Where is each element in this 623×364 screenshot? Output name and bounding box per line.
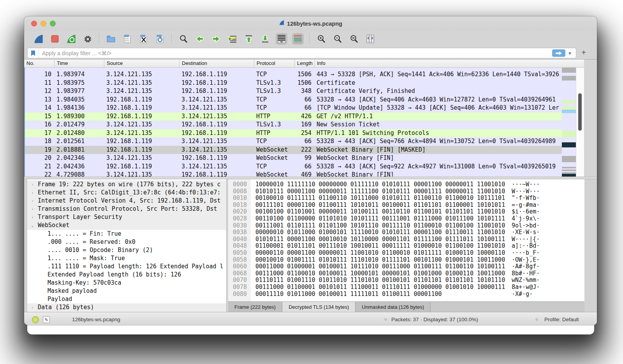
byte-view-row[interactable]: 001800111101 00001100 01100111 10101011 …	[228, 202, 584, 209]
detail-tree-row[interactable]: ›Internet Protocol Version 4, Src: 192.1…	[27, 197, 226, 205]
display-filter-field[interactable]: ▼	[27, 48, 576, 58]
column-header-source[interactable]: Source	[104, 60, 180, 67]
byte-view-row[interactable]: 008000011110 01011000 00100011 11111011 …	[228, 291, 584, 298]
expand-arrow-icon[interactable]: ›	[31, 180, 34, 189]
detail-tree-row[interactable]: ›Transport Layer Security	[27, 213, 226, 221]
detail-tree-row[interactable]: 1... .... = Mask: True	[27, 254, 226, 262]
detail-tree-row[interactable]: ›Transmission Control Protocol, Src Port…	[27, 205, 226, 213]
byte-view-row[interactable]: 002800110100 01100000 01101010 10101111 …	[228, 215, 584, 222]
scrollbar-thumb[interactable]	[578, 93, 582, 131]
display-filter-input[interactable]	[39, 50, 552, 56]
column-header-info[interactable]: Info	[315, 60, 584, 67]
go-last-packet-icon[interactable]	[259, 33, 271, 45]
add-filter-button-icon[interactable]: +	[581, 48, 586, 57]
packet-row[interactable]: 202.0423463.124.121.135192.168.1.119WebS…	[24, 154, 562, 163]
detail-tree-row[interactable]: ›Ethernet II, Src: CalDigit_13:e7:8c (64…	[27, 189, 226, 197]
apply-filter-button[interactable]	[552, 49, 565, 57]
byte-view-row[interactable]: 003000111001 01101111 01101100 10101110 …	[228, 222, 584, 229]
expand-arrow-icon[interactable]: ›	[31, 205, 34, 213]
collapse-arrow-icon[interactable]: ⌄	[31, 221, 34, 229]
stop-capture-icon[interactable]	[49, 33, 61, 45]
find-packet-icon[interactable]	[178, 33, 189, 45]
filter-bookmark-icon[interactable]	[28, 48, 39, 58]
packet-row[interactable]: 141.984136192.168.1.1193.124.121.135TCP6…	[24, 104, 562, 112]
packet-row[interactable]: 151.989300192.168.1.1193.124.121.135HTTP…	[24, 112, 562, 121]
close-file-icon[interactable]	[138, 33, 150, 45]
detail-tree-row[interactable]: Masking-Key: 570c03ca	[27, 279, 226, 287]
packet-row[interactable]: 172.0124803.124.121.135192.168.1.119HTTP…	[24, 129, 562, 138]
zoom-out-icon[interactable]	[332, 33, 343, 45]
colorize-packets-icon[interactable]	[292, 33, 304, 45]
byte-view-row[interactable]: 002000100100 01101001 00000011 10100111 …	[228, 208, 584, 215]
packet-row[interactable]: 162.0124793.124.121.135192.168.1.119TLSv…	[24, 121, 562, 129]
zoom-reset-icon[interactable]	[348, 33, 360, 45]
column-header-destination[interactable]: Destination	[180, 60, 254, 67]
go-back-icon[interactable]	[194, 33, 206, 45]
packet-row[interactable]: 212.042436192.168.1.1193.124.121.135TCP6…	[24, 163, 562, 171]
byte-view-tab[interactable]: Decrypted TLS (134 bytes)	[282, 302, 355, 312]
detail-tree-row[interactable]: Extended Payload length (16 bits): 126	[27, 271, 226, 279]
byte-view-row[interactable]: 000801010111 00001100 00000011 11111100 …	[228, 188, 584, 195]
filter-history-dropdown-icon[interactable]: ▼	[568, 51, 572, 56]
expand-arrow-icon[interactable]: ›	[31, 189, 34, 197]
column-header-length[interactable]: Length	[295, 60, 315, 67]
expand-arrow-icon[interactable]: ›	[31, 213, 34, 221]
go-first-packet-icon[interactable]	[243, 33, 255, 45]
detail-tree-row[interactable]: ›Data (126 bytes)	[27, 303, 226, 312]
packet-protocol: TLSv1.3	[254, 121, 295, 129]
detail-tree-row[interactable]: .111 1110 = Payload length: 126 Extended…	[27, 262, 226, 271]
byte-view-row[interactable]: 005000000110 00001100 00000011 11001010 …	[228, 250, 584, 257]
save-file-icon[interactable]: 01010110	[121, 33, 133, 45]
byte-view-row[interactable]: 007001110111 01001110 01011010 11101010 …	[228, 277, 584, 284]
reload-file-icon[interactable]	[154, 33, 166, 45]
packet-length: 1506	[295, 79, 315, 88]
open-file-icon[interactable]	[105, 33, 117, 45]
detail-tree-row[interactable]: .000 .... = Reserved: 0x0	[27, 238, 226, 246]
auto-scroll-icon[interactable]	[276, 33, 287, 45]
byte-view-row[interactable]: 006800111000 01100010 00100011 10000101 …	[228, 270, 584, 277]
byte-view-row[interactable]: 001000100010 01111111 01100110 10111000 …	[228, 195, 584, 202]
go-to-packet-icon[interactable]	[227, 33, 238, 45]
detail-tree-row[interactable]: ›Frame 19: 222 bytes on wire (1776 bits)…	[27, 180, 226, 189]
packet-row[interactable]: 131.984035192.168.1.1193.124.121.135TCP6…	[24, 96, 562, 104]
packet-row[interactable]: 224.7290883.124.121.135192.168.1.119WebS…	[24, 171, 562, 177]
byte-view-row[interactable]: 004801100001 01011101 00111010 10010011 …	[228, 243, 584, 250]
packet-row[interactable]: 192.018881192.168.1.1193.124.121.135WebS…	[24, 146, 562, 154]
byte-view-row[interactable]: 004001010111 00001100 00010010 10110000 …	[228, 236, 584, 243]
wireshark-start-icon[interactable]	[33, 33, 44, 45]
column-header-time[interactable]: Time	[55, 60, 104, 67]
resize-columns-icon[interactable]	[364, 33, 376, 45]
packet-list-scrollbar[interactable]	[576, 68, 584, 177]
byte-view-tab[interactable]: Frame (222 bytes)	[228, 302, 282, 312]
capture-options-icon[interactable]	[82, 33, 93, 45]
packet-info: Certificate	[315, 79, 562, 88]
packet-row[interactable]: 111.9839753.124.121.135192.168.1.119TLSv…	[24, 79, 562, 88]
capture-comment-icon[interactable]: ✎	[43, 316, 50, 323]
expand-arrow-icon[interactable]: ›	[31, 197, 34, 205]
detail-tree-row[interactable]: Payload	[27, 295, 226, 303]
packet-row[interactable]: 101.9839743.124.121.135192.168.1.119TCP1…	[24, 70, 562, 79]
byte-view-row[interactable]: 005800010010 01001111 01010111 11101010 …	[228, 257, 584, 264]
detail-tree-row[interactable]: ⌄WebSocket	[27, 221, 226, 229]
pane-splitter-horizontal[interactable]	[24, 177, 597, 179]
byte-view-row[interactable]: 003800000010 01011000 01000101 11110010 …	[228, 229, 584, 236]
column-header-no[interactable]: No.	[24, 60, 55, 67]
statusbar-profile[interactable]: Profile: Default	[544, 317, 579, 322]
restart-capture-icon[interactable]	[65, 33, 77, 45]
detail-tree-row[interactable]: 1... .... = Fin: True	[27, 230, 226, 238]
byte-view-row[interactable]: 007800111000 01100001 00101011 11100011 …	[228, 284, 584, 291]
go-forward-icon[interactable]	[210, 33, 222, 45]
packet-row[interactable]: 182.012561192.168.1.1193.124.121.135TCP6…	[24, 137, 562, 146]
byte-view-tab[interactable]: Unmasked data (126 bytes)	[355, 302, 431, 312]
byte-bits: 00111101 00001100 01100111 10101011 0010…	[255, 202, 505, 209]
byte-view-row[interactable]: 000010000010 11111110 00000000 01111110 …	[228, 181, 584, 188]
detail-tree-row[interactable]: Masked payload	[27, 287, 226, 295]
expand-arrow-icon[interactable]: ›	[31, 303, 34, 312]
detail-tree-row[interactable]: .... 0010 = Opcode: Binary (2)	[27, 246, 226, 254]
expert-info-icon[interactable]	[32, 316, 39, 323]
packet-row-partial[interactable]	[24, 68, 562, 70]
packet-row[interactable]: 121.9839773.124.121.135192.168.1.119TLSv…	[24, 87, 562, 96]
zoom-in-icon[interactable]	[315, 33, 327, 45]
byte-view-row[interactable]: 006000011000 01000001 00100011 10111010 …	[228, 263, 584, 270]
column-header-protocol[interactable]: Protocol	[254, 60, 295, 67]
